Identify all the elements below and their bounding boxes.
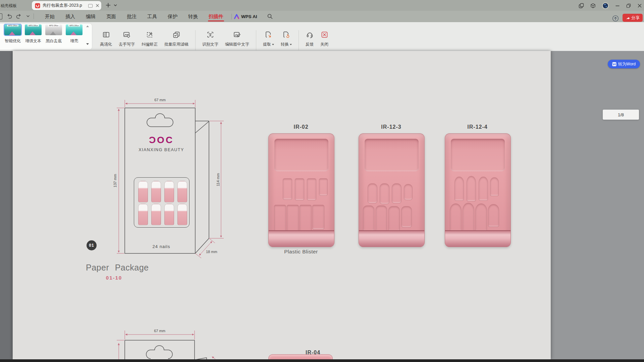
nail-slot <box>319 178 328 196</box>
scroll-up-icon[interactable] <box>86 25 89 27</box>
dim-width-next: 67 mm <box>154 329 165 333</box>
menu-tools[interactable]: 工具 <box>142 11 162 22</box>
minimize-icon[interactable] <box>615 3 620 8</box>
search-icon[interactable] <box>267 13 273 19</box>
nail <box>138 204 148 225</box>
tab-list-chevron-icon[interactable] <box>113 4 117 7</box>
nail-slot <box>475 203 487 232</box>
tool-remove-handwriting[interactable]: 去手写字 <box>115 29 138 48</box>
tool-batch-filter[interactable]: 批量应用滤镜 <box>161 29 192 48</box>
filter-scroll <box>85 25 90 45</box>
menu-insert[interactable]: 插入 <box>60 11 80 22</box>
tray-lip <box>445 230 511 247</box>
redo-icon[interactable] <box>16 13 22 19</box>
tool-convert[interactable]: 转换 <box>277 29 295 48</box>
nail-slot <box>287 205 299 234</box>
tool-hd-enhance[interactable]: 高清化 <box>97 29 115 48</box>
nail-slot <box>283 178 292 200</box>
quick-actions <box>0 13 35 19</box>
wps-ai-button[interactable]: WPS AI <box>234 11 257 22</box>
scan-toolbar: WPS Office 智能优化 WPS Office 增强文本 WPS Offi… <box>0 22 644 51</box>
tool-feedback[interactable]: 反馈 <box>302 29 317 48</box>
menu-home[interactable]: 开始 <box>40 11 60 22</box>
nail-slot <box>312 205 324 230</box>
brand-logo: ƆOC <box>134 135 189 145</box>
divider <box>195 30 196 50</box>
nail-slot <box>300 205 312 234</box>
hd-enhance-icon <box>102 30 110 39</box>
filter-preview-image: WPS Office <box>4 24 21 35</box>
tab-close-icon[interactable] <box>95 3 100 8</box>
remove-handwriting-icon <box>123 30 131 39</box>
more-actions-chevron-icon[interactable] <box>26 14 30 18</box>
tool-deskew[interactable]: 纠偏矫正 <box>138 29 161 48</box>
filter-brighten[interactable]: WPS Office 增亮 <box>65 24 83 44</box>
tool-ocr[interactable]: 识别文字 <box>199 29 222 48</box>
nail-slot <box>380 183 389 204</box>
nail-slot <box>454 177 464 201</box>
pdf-file-icon <box>35 3 40 8</box>
dropdown-caret-icon <box>272 44 274 45</box>
blister-tray-ir12-3 <box>359 133 425 247</box>
convert-to-word-button[interactable]: 转为Word <box>608 60 640 68</box>
dim-width: 67 mm <box>154 98 166 102</box>
dim-side: 114 mm <box>216 173 220 186</box>
background-tab[interactable]: 稿壳模板 <box>1 3 17 9</box>
document-viewer: 67 mm 137 mm 114 mm 18 mm 67 mm <box>0 51 644 359</box>
blister-label: IR-12-3 <box>359 124 424 130</box>
active-document-tab[interactable]: 先行包装盒形-2023.pdf <box>32 1 101 10</box>
share-button[interactable]: 分享 <box>623 14 643 22</box>
nail-slot <box>368 183 377 203</box>
nail-slot <box>450 203 462 232</box>
nail-slot <box>295 178 304 200</box>
tool-extract[interactable]: 提取 <box>260 29 277 48</box>
cloud-upload-icon[interactable] <box>612 15 619 22</box>
nail-slot <box>274 205 286 234</box>
filter-enhance-text[interactable]: WPS Office 增强文本 <box>24 24 42 44</box>
blister-tray-ir12-4 <box>445 133 511 247</box>
menubar: 开始 插入 编辑 页面 批注 工具 保护 转换 扫描件 WPS AI 分享 <box>0 11 644 22</box>
batch-filter-icon <box>172 30 180 39</box>
nail <box>164 181 174 202</box>
restore-icon[interactable] <box>626 3 631 8</box>
blister-label: IR-12-4 <box>445 124 510 130</box>
tool-edit-image-text[interactable]: 编辑图中文字 <box>222 29 253 48</box>
pdf-page: 67 mm 137 mm 114 mm 18 mm 67 mm <box>13 51 551 359</box>
filter-bw-clean[interactable]: WPS Office 黑白去底 <box>45 24 62 44</box>
share-arrow-icon <box>626 16 630 20</box>
cube-icon[interactable] <box>590 3 596 8</box>
tab-preview-icon[interactable] <box>88 4 93 8</box>
close-window-icon[interactable] <box>637 3 642 8</box>
workspace-icon[interactable] <box>579 3 584 8</box>
nail-slot <box>392 183 401 203</box>
nail-slot <box>388 206 400 232</box>
nail <box>138 181 148 202</box>
filter-smart-optimize[interactable]: WPS Office 智能优化 <box>4 24 21 44</box>
page-indicator[interactable]: 1/8 <box>603 110 639 120</box>
scroll-down-icon[interactable] <box>86 43 89 45</box>
menu-page[interactable]: 页面 <box>101 11 121 22</box>
ocr-icon <box>206 30 214 39</box>
undo-icon[interactable] <box>6 13 12 19</box>
blister-caption: Plastic Blister <box>268 249 334 255</box>
nail-slot <box>363 205 374 232</box>
blister-label: IR-02 <box>268 124 334 130</box>
nail-slot <box>479 177 488 201</box>
globe-icon[interactable] <box>602 2 609 9</box>
dropdown-caret-icon <box>290 44 292 45</box>
new-tab-button[interactable] <box>106 3 111 8</box>
tool-close-scan[interactable]: 关闭 <box>317 29 332 48</box>
menu-comment[interactable]: 批注 <box>121 11 142 22</box>
menu-convert[interactable]: 转换 <box>183 11 203 22</box>
nail-slot <box>307 178 316 200</box>
menu-scan-active[interactable]: 扫描件 <box>203 11 229 22</box>
nail <box>177 204 187 225</box>
filter-list: WPS Office 智能优化 WPS Office 增强文本 WPS Offi… <box>4 24 83 44</box>
nail <box>177 181 187 202</box>
menu-edit[interactable]: 编辑 <box>80 11 101 22</box>
nail-slot <box>404 184 413 200</box>
menu-protect[interactable]: 保护 <box>162 11 183 22</box>
viewer-left-margin <box>0 51 12 359</box>
tray-lip <box>359 230 424 247</box>
deskew-icon <box>146 30 154 39</box>
